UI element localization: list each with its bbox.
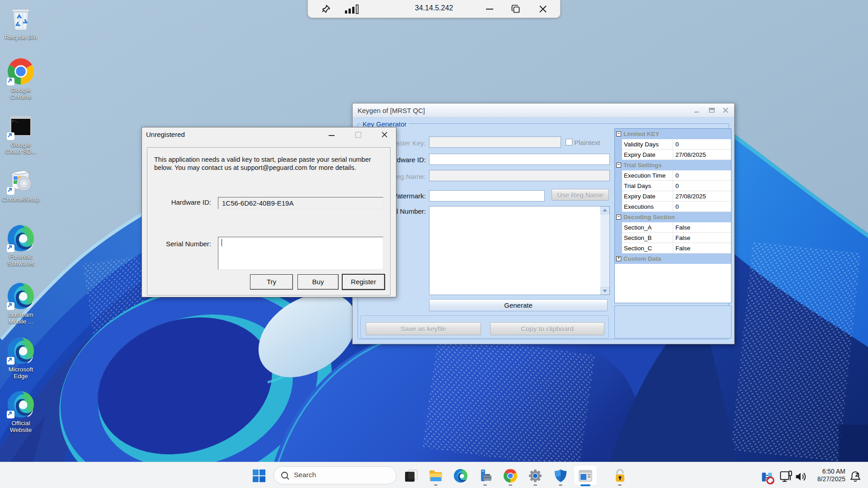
svg-text:C:\_: C:\_ bbox=[12, 120, 19, 123]
